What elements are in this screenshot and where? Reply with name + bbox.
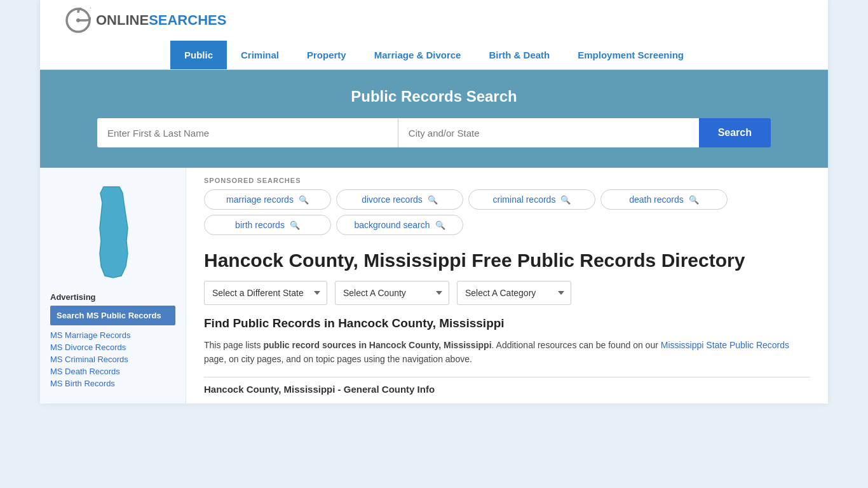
sidebar: Advertising Search MS Public Records MS …: [40, 168, 186, 403]
city-input[interactable]: [398, 118, 699, 147]
pill-divorce-label: divorce records: [362, 194, 423, 205]
logo-icon: [65, 8, 91, 33]
pill-criminal[interactable]: criminal records 🔍: [468, 189, 595, 210]
svg-point-1: [76, 18, 80, 22]
main-nav: Public Criminal Property Marriage & Divo…: [40, 41, 828, 70]
search-icon-divorce: 🔍: [428, 195, 438, 205]
sidebar-featured[interactable]: Search MS Public Records: [50, 306, 175, 325]
find-desc-part2: . Additional resources can be found on o…: [492, 340, 661, 350]
search-icon-birth: 🔍: [290, 220, 300, 230]
ms-records-link[interactable]: Mississippi State Public Records: [661, 340, 789, 350]
header: ONLINESEARCHES: [40, 0, 828, 41]
nav-criminal[interactable]: Criminal: [227, 41, 293, 69]
search-icon-death: 🔍: [689, 195, 699, 205]
pill-death-label: death records: [629, 194, 684, 205]
search-bar: Search: [97, 118, 771, 147]
pill-divorce[interactable]: divorce records 🔍: [336, 189, 463, 210]
sidebar-ms-birth[interactable]: MS Birth Records: [50, 379, 175, 388]
find-records-title: Find Public Records in Hancock County, M…: [204, 316, 810, 330]
dropdown-row: Select a Different State Select A County…: [204, 281, 810, 305]
pill-background-label: background search: [354, 220, 430, 230]
sidebar-ms-death[interactable]: MS Death Records: [50, 367, 175, 376]
main-content: SPONSORED SEARCHES marriage records 🔍 di…: [186, 168, 828, 403]
nav-birth-death[interactable]: Birth & Death: [475, 41, 564, 69]
general-info-title: Hancock County, Mississippi - General Co…: [204, 384, 810, 395]
mississippi-map: [85, 184, 142, 279]
category-dropdown[interactable]: Select A Category: [457, 281, 571, 305]
logo[interactable]: ONLINESEARCHES: [65, 8, 226, 33]
search-icon-marriage: 🔍: [299, 195, 309, 205]
search-icon-criminal: 🔍: [560, 195, 571, 205]
county-dropdown[interactable]: Select A County: [335, 281, 449, 305]
pill-marriage-label: marriage records: [226, 194, 294, 205]
search-button[interactable]: Search: [699, 118, 771, 147]
hero-section: Public Records Search Search: [40, 70, 828, 168]
page-title: Hancock County, Mississippi Free Public …: [204, 245, 810, 272]
find-records-desc: This page lists public record sources in…: [204, 338, 810, 367]
logo-text: ONLINESEARCHES: [96, 12, 226, 29]
pill-death[interactable]: death records 🔍: [600, 189, 728, 210]
sidebar-ms-marriage[interactable]: MS Marriage Records: [50, 330, 175, 340]
sponsored-pills: marriage records 🔍 divorce records 🔍 cri…: [204, 189, 810, 235]
search-icon-background: 🔍: [435, 220, 445, 230]
nav-employment[interactable]: Employment Screening: [564, 41, 698, 69]
pill-background[interactable]: background search 🔍: [336, 215, 463, 235]
sponsored-label: SPONSORED SEARCHES: [204, 177, 810, 184]
hero-title: Public Records Search: [65, 88, 803, 105]
state-dropdown[interactable]: Select a Different State: [204, 281, 327, 305]
sidebar-ms-divorce[interactable]: MS Divorce Records: [50, 342, 175, 352]
pill-birth-label: birth records: [235, 220, 285, 230]
pill-criminal-label: criminal records: [493, 194, 556, 205]
find-desc-part3: page, on city pages, and on topic pages …: [204, 354, 472, 364]
nav-public[interactable]: Public: [170, 41, 227, 69]
sidebar-ms-criminal[interactable]: MS Criminal Records: [50, 355, 175, 364]
main-layout: Advertising Search MS Public Records MS …: [40, 168, 828, 403]
nav-marriage-divorce[interactable]: Marriage & Divorce: [360, 41, 475, 69]
find-desc-bold: public record sources in Hancock County,…: [263, 340, 491, 350]
pill-birth[interactable]: birth records 🔍: [204, 215, 331, 235]
content-divider: [204, 377, 810, 377]
find-desc-part1: This page lists: [204, 340, 263, 350]
nav-property[interactable]: Property: [293, 41, 360, 69]
name-input[interactable]: [97, 118, 398, 147]
advertising-label: Advertising: [50, 292, 175, 302]
pill-marriage[interactable]: marriage records 🔍: [204, 189, 331, 210]
